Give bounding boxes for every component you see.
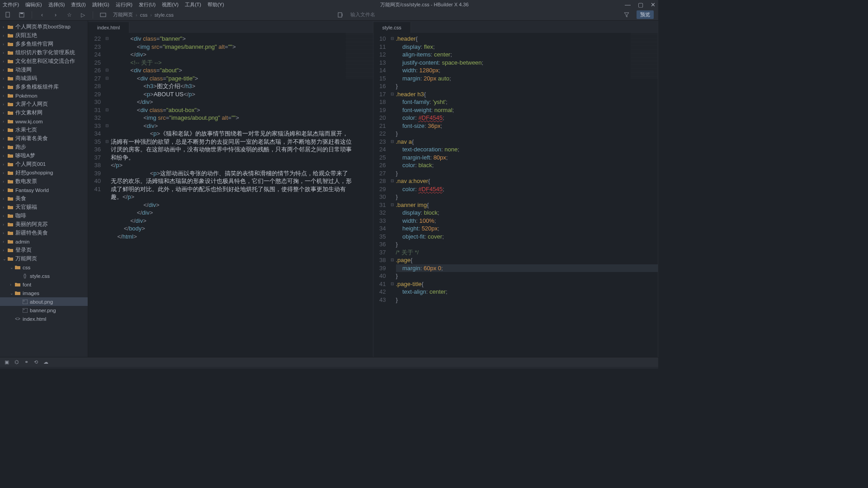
tree-item[interactable]: ›美食 [0,194,88,203]
tree-item[interactable]: ›咖啡 [0,211,88,220]
tree-item[interactable]: ›大屏个人网页 [0,100,88,108]
tree-item[interactable]: ›天官赐福 [0,203,88,211]
tree-item[interactable]: ›数电发票 [0,177,88,186]
close-button[interactable]: ✕ [651,1,656,8]
tree-item[interactable]: {}style.css [0,272,88,280]
tree-item[interactable]: ›美丽的阿克苏 [0,220,88,229]
image-file-icon [22,307,28,314]
tree-item-label: 水果七页 [15,127,37,133]
save-icon[interactable] [18,11,25,19]
tree-item-label: 美食 [15,195,26,202]
tree-item-label: 数电发票 [15,178,37,185]
new-file-icon[interactable] [5,11,12,19]
tree-item[interactable]: ›好想goshopping [0,169,88,177]
tree-item[interactable]: ›新疆特色美食 [0,229,88,237]
tree-item[interactable]: ›个人网页001 [0,160,88,169]
tree-item[interactable]: ›文化创意和区域交流合作 [0,57,88,66]
tree-item[interactable]: banner.png [0,306,88,314]
tree-item[interactable]: ›商城源码 [0,74,88,83]
debug-icon[interactable]: ⌬ [14,359,19,365]
star-icon[interactable]: ☆ [66,11,73,19]
svg-rect-3 [100,13,106,17]
tree-item[interactable]: ›Pokémon [0,91,88,100]
notification-icon[interactable]: ⚠ [637,369,641,369]
folder-icon [7,33,14,39]
folder-icon [7,101,14,108]
menu-item[interactable]: 跳转(G) [92,1,109,8]
sync-icon[interactable]: ⟲ [34,359,38,365]
menu-item[interactable]: 运行(R) [116,1,132,8]
folder-icon [7,187,14,193]
tree-item[interactable]: about.png [0,297,88,306]
tree-item[interactable]: ›Fantasy World [0,186,88,194]
tree-item-label: 跑步 [15,144,26,150]
menu-item[interactable]: 查找(I) [71,1,85,8]
filter-icon[interactable] [623,11,630,19]
tree-item[interactable]: ›哆啦A梦 [0,151,88,160]
minimap-right[interactable] [631,33,658,78]
menu-item[interactable]: 文件(F) [3,1,19,8]
menu-item[interactable]: 发行(U) [139,1,156,8]
tree-item[interactable]: ›水果七页 [0,126,88,134]
split-icon[interactable]: ▥ [44,369,48,369]
editor-pane-right: style.css 101112131415161718192021222324… [373,21,659,357]
folder-icon [7,161,14,168]
file-explorer[interactable]: ›个人网页单页bootStrap›庆阳五绝›多多鱼组件官网›组织切片数字化管理系… [0,21,88,357]
editor-pane-left: index.html 22232425262728293031323334353… [88,21,373,357]
folder-icon [7,50,14,56]
tree-item-label: 个人网页001 [15,161,46,168]
tree-item[interactable]: ›动漫网 [0,66,88,74]
tree-item[interactable]: ›庆阳五绝 [0,31,88,40]
tree-item[interactable]: ›多多鱼组件官网 [0,40,88,48]
tree-item[interactable]: ›河南著名美食 [0,134,88,143]
menu-item[interactable]: 选择(S) [48,1,65,8]
list-icon[interactable]: ☰ [33,369,38,369]
svg-marker-6 [624,13,629,17]
terminal-icon[interactable]: ▣ [5,359,9,365]
tree-item[interactable]: ›跑步 [0,143,88,151]
back-icon[interactable]: ‹ [38,11,46,19]
code-editor-left[interactable]: 2223242526272829303132333435363738394041… [88,33,373,357]
menu-item[interactable]: 工具(T) [185,1,201,8]
tree-item[interactable]: <>index.html [0,314,88,323]
link-icon[interactable]: ⚭ [24,359,28,365]
svg-rect-0 [6,12,9,17]
tree-item[interactable]: ›作文素材网 [0,108,88,117]
explorer-icon[interactable] [99,11,107,19]
tree-item[interactable]: ›登录页 [0,246,88,254]
folder-icon [7,196,14,202]
tree-item[interactable]: ›组织切片数字化管理系统 [0,48,88,57]
maximize-button[interactable]: ▢ [638,1,643,8]
menu-item[interactable]: 帮助(Y) [208,1,224,8]
menu-item[interactable]: 视图(V) [162,1,179,8]
login-status[interactable]: 未登录 [5,368,27,369]
code-editor-right[interactable]: 1011121314151617181920212223242526272829… [373,33,658,357]
tree-item[interactable]: ⌄images [0,289,88,297]
minimap-left[interactable] [346,33,373,78]
bell-icon[interactable]: 🔔 [647,369,654,369]
folder-icon [7,247,14,253]
preview-button[interactable]: 预览 [637,10,654,19]
new-tab-icon[interactable] [337,11,344,19]
tree-item[interactable]: ›个人网页单页bootStrap [0,23,88,31]
breadcrumb[interactable]: 万能网页›css›style.css [113,11,174,18]
tree-item[interactable]: ›www.kj.com [0,117,88,126]
run-icon[interactable]: ▷ [79,11,86,19]
forward-icon[interactable]: › [52,11,59,19]
tree-item-label: 大屏个人网页 [15,101,48,108]
tab-index-html[interactable]: index.html [88,22,129,33]
cursor-position: 行:39 列:19 [568,368,594,369]
folder-icon [7,84,14,90]
tree-item[interactable]: ⌄万能网页 [0,254,88,263]
tree-item[interactable]: ⌄css [0,263,88,272]
tree-item[interactable]: ›admin [0,237,88,246]
menu-item[interactable]: 编辑(E) [25,1,42,8]
tree-item[interactable]: ›多多鱼模板组件库 [0,83,88,91]
cloud-icon[interactable]: ☁ [43,359,48,365]
minimize-button[interactable]: — [625,1,631,8]
tree-item[interactable]: ›font [0,280,88,289]
folder-icon [7,144,14,150]
filename-input[interactable]: 输入文件名 [350,11,375,18]
folder-icon [7,221,14,228]
tab-style-css[interactable]: style.css [373,22,411,33]
